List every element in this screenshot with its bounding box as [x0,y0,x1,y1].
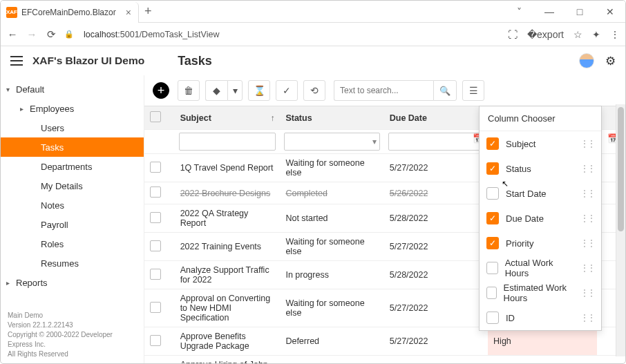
favicon: XAF [6,7,17,18]
checkbox[interactable]: ✓ [486,212,499,224]
row-checkbox[interactable] [150,186,161,198]
column-chooser-label: Subject [506,139,535,149]
gear-icon[interactable]: ⚙ [605,54,616,68]
column-chooser-item[interactable]: Estimated Work Hours⋮⋮ [480,280,601,305]
cell-status: Waiting for someone else [280,233,383,261]
app-header: XAF's Blazor UI Demo Tasks ⚙ [1,46,625,75]
content: + 🗑 ◆ ▾ ⌛ ✓ ⟲ 🔍 ☰ Subject↑ [144,75,625,363]
maximize-icon[interactable]: □ [565,6,595,17]
row-checkbox[interactable] [150,162,161,173]
reload-button[interactable]: ⟳ [45,28,57,41]
new-tab-button[interactable]: + [144,4,152,19]
filter-due[interactable] [388,133,484,151]
column-chooser-item[interactable]: ✓Due Date⋮⋮ [480,206,601,231]
drag-handle-icon[interactable]: ⋮⋮ [580,263,594,273]
table-row[interactable]: Approve Benefits Upgrade PackageDeferred… [144,327,625,356]
row-checkbox[interactable] [150,363,161,364]
browser-tab[interactable]: XAF EFCoreMainDemo.Blazor × [1,2,139,23]
drag-handle-icon[interactable]: ⋮⋮ [580,189,594,198]
sidebar-item-notes[interactable]: Notes [1,195,144,215]
row-checkbox[interactable] [150,269,161,280]
sidebar-item-default[interactable]: ▾Default [1,79,144,99]
cell-due: 5/26/2022 [384,182,488,204]
sidebar-item-reports[interactable]: ▸Reports [1,273,144,292]
column-chooser-item[interactable]: ✓Status⋮⋮ [480,156,601,181]
back-button[interactable]: ← [6,28,19,40]
column-header-status[interactable]: Status [280,106,383,130]
avatar[interactable] [579,53,594,68]
sidebar-item-employees[interactable]: ▸Employees [1,99,144,118]
search-input[interactable] [334,80,433,101]
scrollbar[interactable] [616,104,625,356]
sidebar-item-users[interactable]: Users [1,118,144,137]
share-icon[interactable]: �export [527,29,564,40]
drag-handle-icon[interactable]: ⋮⋮ [580,313,594,323]
filter-subject[interactable] [179,133,276,151]
column-chooser-item[interactable]: ID⋮⋮ [480,305,601,330]
forward-button[interactable]: → [26,28,38,40]
status-button[interactable]: ◆ [205,80,227,101]
translate-icon[interactable]: ⛶ [508,29,518,40]
search-button[interactable]: 🔍 [433,80,457,101]
sidebar-item-label: Reports [16,278,48,288]
select-all-checkbox[interactable] [150,111,161,122]
chevron-down-icon[interactable]: ˅ [504,6,534,17]
status-dropdown[interactable]: ▾ [227,80,243,101]
cell-priority: Normal [488,356,597,364]
drag-handle-icon[interactable]: ⋮⋮ [580,238,594,248]
column-chooser-item[interactable]: ✓Priority⋮⋮ [480,231,601,256]
refresh-button[interactable]: ⟲ [303,80,325,101]
close-tab-icon[interactable]: × [126,7,131,18]
menu-icon[interactable]: ⋮ [610,29,620,40]
drag-handle-icon[interactable]: ⋮⋮ [580,139,594,149]
sidebar-item-roles[interactable]: Roles [1,234,144,253]
checkbox[interactable] [486,262,498,274]
column-chooser-button[interactable]: ☰ [462,80,484,101]
sidebar-item-tasks[interactable]: Tasks [1,137,144,157]
row-checkbox[interactable] [150,240,161,251]
drag-handle-icon[interactable]: ⋮⋮ [580,164,594,173]
check-button[interactable]: ✓ [276,80,298,101]
column-chooser-item[interactable]: Start Date⋮⋮ [480,181,601,206]
column-header-due[interactable]: Due Date [384,106,488,130]
cell-status: Completed [280,182,383,204]
cell-due: 5/28/2022 [384,204,488,233]
column-chooser-label: ID [506,313,515,323]
sidebar-item-my-details[interactable]: My Details [1,176,144,195]
drag-handle-icon[interactable]: ⋮⋮ [580,213,594,223]
column-chooser-item[interactable]: ✓Subject⋮⋮ [480,131,601,156]
hourglass-button[interactable]: ⌛ [248,80,270,101]
star-icon[interactable]: ☆ [573,29,582,40]
row-checkbox[interactable] [150,212,161,223]
extension-icon[interactable]: ✦ [592,29,600,40]
url-display[interactable]: localhost:5001/DemoTask_ListView [84,30,219,39]
sidebar-item-resumes[interactable]: Resumes [1,253,144,273]
sidebar-item-payroll[interactable]: Payroll [1,215,144,234]
drag-handle-icon[interactable]: ⋮⋮ [580,288,594,298]
minimize-icon[interactable]: — [534,6,565,17]
checkbox[interactable] [486,287,497,299]
row-checkbox[interactable] [150,302,161,313]
scrollbar-thumb[interactable] [618,107,624,231]
filter-status[interactable]: ▾ [284,133,379,151]
checkbox[interactable]: ✓ [486,162,499,175]
lock-icon[interactable]: 🔒 [64,30,74,39]
new-button[interactable]: + [153,82,169,99]
sidebar-item-departments[interactable]: Departments [1,157,144,176]
sidebar-item-label: Employees [30,104,74,114]
column-chooser-item[interactable]: Actual Work Hours⋮⋮ [480,256,601,280]
delete-button[interactable]: 🗑 [178,80,200,101]
hamburger-icon[interactable] [10,56,23,66]
checkbox[interactable]: ✓ [486,237,499,249]
row-checkbox[interactable] [150,335,161,346]
chevron-down-icon: ▾ [6,86,16,93]
checkbox[interactable]: ✓ [486,137,499,150]
close-window-icon[interactable]: ✕ [595,6,625,17]
sidebar-item-label: Resumes [41,258,79,269]
cell-status: Waiting for someone else [280,154,383,182]
cell-subject: 2022 QA Strategy Report [175,204,281,233]
table-row[interactable]: Approve Hiring of John JeffersNot starte… [144,356,625,364]
checkbox[interactable] [486,312,499,324]
checkbox[interactable] [486,187,499,200]
column-header-subject[interactable]: Subject↑ [175,106,281,130]
